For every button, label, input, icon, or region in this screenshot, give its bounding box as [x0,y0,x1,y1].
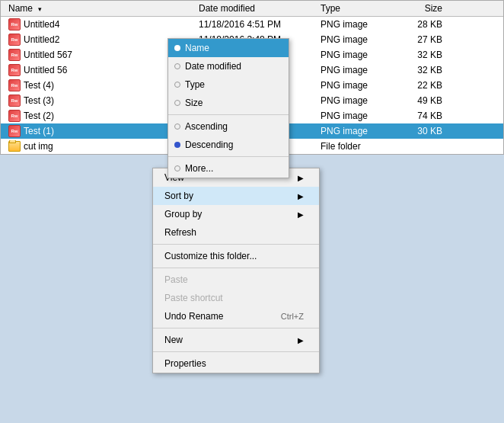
menu-item-group-by[interactable]: Group by ▶ [153,205,319,223]
file-name-text: Untitled4 [24,19,59,30]
file-type-cell: PNG image [321,80,389,91]
png-icon: Rw [8,49,21,61]
png-icon: Rw [8,64,21,76]
file-name-text: Untitled 56 [24,65,67,75]
sort-option-type[interactable]: Type [168,75,289,94]
separator-1 [153,244,319,245]
radio-size [174,100,180,106]
file-size-cell: 32 KB [389,65,450,75]
file-name-text: cut img [24,141,53,152]
file-size-cell: 32 KB [389,50,450,60]
sort-option-name[interactable]: Name [168,39,289,57]
column-header-size[interactable]: Size [389,3,450,14]
menu-item-refresh[interactable]: Refresh [153,223,319,242]
radio-date [174,63,180,69]
column-header-type[interactable]: Type [321,3,389,14]
table-row[interactable]: RwUntitled411/18/2016 4:51 PMPNG image28… [1,17,503,32]
file-type-cell: PNG image [321,111,389,121]
file-size-cell: 22 KB [389,80,450,91]
radio-more [174,165,180,171]
separator-3 [153,328,319,328]
file-size-cell: 28 KB [389,19,450,30]
file-size-cell: 74 KB [389,111,450,121]
png-icon: Rw [8,18,21,30]
arrow-icon: ▶ [298,174,304,182]
sort-submenu: Name Date modified Type Size Ascending D… [167,38,289,178]
column-header-date[interactable]: Date modified [199,3,321,14]
file-size-cell: 49 KB [389,95,450,106]
arrow-icon: ▶ [298,336,304,344]
arrow-icon: ▶ [298,192,304,200]
file-type-cell: PNG image [321,34,389,45]
file-date-cell: 11/18/2016 4:51 PM [199,19,321,30]
shortcut-label: Ctrl+Z [281,312,304,321]
column-header-name[interactable]: Name ▾ [1,3,199,14]
separator-2 [153,268,319,268]
menu-item-sort-by[interactable]: Sort by ▶ [153,187,319,205]
png-icon: Rw [8,110,21,122]
file-type-cell: PNG image [321,126,389,136]
sort-arrow: ▾ [38,5,42,13]
png-icon: Rw [8,34,21,46]
radio-type [174,82,180,88]
radio-ascending [174,123,180,130]
file-name-text: Untitled2 [24,34,59,45]
file-type-cell: File folder [321,141,389,152]
menu-item-paste[interactable]: Paste [153,271,319,289]
png-icon: Rw [8,95,21,107]
sort-option-date-modified[interactable]: Date modified [168,57,289,75]
file-size-cell: 27 KB [389,34,450,45]
menu-item-paste-shortcut[interactable]: Paste shortcut [153,289,319,307]
file-name-cell: RwUntitled4 [1,18,199,30]
folder-icon [8,140,21,152]
context-menu: View ▶ Sort by ▶ Group by ▶ Refresh Cust… [152,168,320,373]
sort-option-size[interactable]: Size [168,94,289,112]
file-size-cell: 30 KB [389,126,450,136]
file-name-text: Test (4) [24,80,54,91]
png-icon: Rw [8,79,21,91]
arrow-icon: ▶ [298,210,304,219]
file-type-cell: PNG image [321,65,389,75]
file-name-text: Test (3) [24,95,54,106]
separator-sort-2 [168,156,289,157]
menu-item-new[interactable]: New ▶ [153,331,319,349]
file-list-header: Name ▾ Date modified Type Size [1,1,503,17]
file-type-cell: PNG image [321,19,389,30]
sort-option-more[interactable]: More... [168,159,289,178]
separator-sort-1 [168,114,289,115]
file-name-text: Test (2) [24,111,54,121]
separator-4 [153,351,319,352]
file-name-text: Untitled 567 [24,50,72,60]
menu-item-properties[interactable]: Properties [153,354,319,373]
png-icon: Rw [8,125,21,137]
radio-descending [174,142,180,148]
file-name-text: Test (1) [24,126,54,136]
menu-item-customize[interactable]: Customize this folder... [153,247,319,265]
sort-option-descending[interactable]: Descending [168,136,289,154]
file-type-cell: PNG image [321,95,389,106]
menu-item-undo-rename[interactable]: Undo Rename Ctrl+Z [153,307,319,325]
radio-name [174,45,180,51]
file-type-cell: PNG image [321,50,389,60]
sort-option-ascending[interactable]: Ascending [168,117,289,136]
